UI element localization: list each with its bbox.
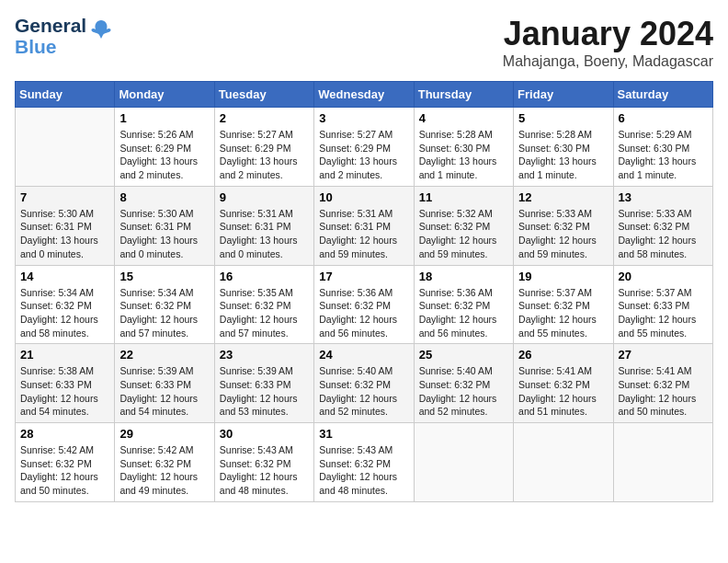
day-cell: 18Sunrise: 5:36 AMSunset: 6:32 PMDayligh… [414,265,513,344]
day-cell: 8Sunrise: 5:30 AMSunset: 6:31 PMDaylight… [115,186,214,265]
calendar-body: 1Sunrise: 5:26 AMSunset: 6:29 PMDaylight… [16,108,713,502]
logo-general: General [15,15,86,36]
day-number: 4 [419,111,508,125]
day-number: 17 [319,270,408,283]
day-info: Sunrise: 5:38 AMSunset: 6:33 PMDaylight:… [20,364,109,419]
day-info: Sunrise: 5:27 AMSunset: 6:29 PMDaylight:… [319,128,408,182]
header: General Blue January 2024 Mahajanga, Boe… [15,15,713,70]
day-number: 26 [518,348,608,362]
day-cell: 1Sunrise: 5:26 AMSunset: 6:29 PMDaylight… [115,108,214,187]
day-info: Sunrise: 5:32 AMSunset: 6:32 PMDaylight:… [419,207,508,261]
week-row-4: 21Sunrise: 5:38 AMSunset: 6:33 PMDayligh… [16,344,713,423]
day-number: 16 [220,270,309,283]
day-number: 29 [119,427,209,441]
day-number: 1 [119,111,209,125]
logo-bird-icon [88,17,114,42]
day-number: 31 [319,427,408,441]
weekday-header-sunday: Sunday [16,82,115,108]
day-info: Sunrise: 5:43 AMSunset: 6:32 PMDaylight:… [319,443,408,498]
day-number: 20 [619,270,708,283]
day-number: 24 [319,348,408,362]
day-number: 11 [419,190,508,204]
weekday-header-saturday: Saturday [613,82,712,108]
day-cell: 13Sunrise: 5:33 AMSunset: 6:32 PMDayligh… [613,186,712,265]
day-info: Sunrise: 5:28 AMSunset: 6:30 PMDaylight:… [518,128,608,182]
day-info: Sunrise: 5:37 AMSunset: 6:33 PMDaylight:… [619,286,708,340]
day-info: Sunrise: 5:40 AMSunset: 6:32 PMDaylight:… [319,364,408,419]
day-cell: 26Sunrise: 5:41 AMSunset: 6:32 PMDayligh… [514,344,613,423]
day-cell: 7Sunrise: 5:30 AMSunset: 6:31 PMDaylight… [16,186,115,265]
weekday-header-wednesday: Wednesday [314,82,414,108]
day-info: Sunrise: 5:34 AMSunset: 6:32 PMDaylight:… [20,286,109,340]
day-cell: 31Sunrise: 5:43 AMSunset: 6:32 PMDayligh… [314,423,414,502]
day-cell: 14Sunrise: 5:34 AMSunset: 6:32 PMDayligh… [16,265,115,344]
day-number: 15 [119,270,209,283]
day-number: 30 [220,427,309,441]
day-cell [16,108,115,187]
day-number: 28 [20,427,109,441]
day-number: 27 [619,348,708,362]
day-cell: 12Sunrise: 5:33 AMSunset: 6:32 PMDayligh… [514,186,613,265]
day-cell: 28Sunrise: 5:42 AMSunset: 6:32 PMDayligh… [16,423,115,502]
location-title: Mahajanga, Boeny, Madagascar [503,53,713,70]
day-number: 19 [518,270,608,283]
day-info: Sunrise: 5:37 AMSunset: 6:32 PMDaylight:… [518,286,608,340]
day-number: 13 [619,190,708,204]
day-cell: 17Sunrise: 5:36 AMSunset: 6:32 PMDayligh… [314,265,414,344]
day-info: Sunrise: 5:35 AMSunset: 6:32 PMDaylight:… [220,286,309,340]
title-area: January 2024 Mahajanga, Boeny, Madagasca… [503,15,713,70]
day-number: 10 [319,190,408,204]
day-info: Sunrise: 5:33 AMSunset: 6:32 PMDaylight:… [619,207,708,261]
day-info: Sunrise: 5:34 AMSunset: 6:32 PMDaylight:… [119,286,209,340]
day-cell: 21Sunrise: 5:38 AMSunset: 6:33 PMDayligh… [16,344,115,423]
day-number: 23 [220,348,309,362]
day-number: 21 [20,348,109,362]
day-info: Sunrise: 5:39 AMSunset: 6:33 PMDaylight:… [119,364,209,419]
day-number: 25 [419,348,508,362]
weekday-header-monday: Monday [115,82,214,108]
day-info: Sunrise: 5:36 AMSunset: 6:32 PMDaylight:… [319,286,408,340]
month-title: January 2024 [503,15,713,53]
weekday-header-tuesday: Tuesday [214,82,313,108]
calendar-table: SundayMondayTuesdayWednesdayThursdayFrid… [15,81,713,502]
day-cell: 4Sunrise: 5:28 AMSunset: 6:30 PMDaylight… [414,108,513,187]
day-number: 5 [518,111,608,125]
day-number: 9 [220,190,309,204]
weekday-header-row: SundayMondayTuesdayWednesdayThursdayFrid… [16,82,713,108]
day-cell: 24Sunrise: 5:40 AMSunset: 6:32 PMDayligh… [314,344,414,423]
day-number: 6 [619,111,708,125]
day-info: Sunrise: 5:41 AMSunset: 6:32 PMDaylight:… [619,364,708,419]
logo: General Blue [15,15,114,57]
day-cell: 25Sunrise: 5:40 AMSunset: 6:32 PMDayligh… [414,344,513,423]
day-info: Sunrise: 5:29 AMSunset: 6:30 PMDaylight:… [619,128,708,182]
week-row-5: 28Sunrise: 5:42 AMSunset: 6:32 PMDayligh… [16,423,713,502]
day-number: 7 [20,190,109,204]
day-cell: 20Sunrise: 5:37 AMSunset: 6:33 PMDayligh… [613,265,712,344]
weekday-header-thursday: Thursday [414,82,513,108]
day-cell: 16Sunrise: 5:35 AMSunset: 6:32 PMDayligh… [214,265,313,344]
day-cell: 19Sunrise: 5:37 AMSunset: 6:32 PMDayligh… [514,265,613,344]
day-number: 12 [518,190,608,204]
day-number: 18 [419,270,508,283]
weekday-header-friday: Friday [514,82,613,108]
week-row-3: 14Sunrise: 5:34 AMSunset: 6:32 PMDayligh… [16,265,713,344]
day-cell [514,423,613,502]
day-cell: 30Sunrise: 5:43 AMSunset: 6:32 PMDayligh… [214,423,313,502]
week-row-2: 7Sunrise: 5:30 AMSunset: 6:31 PMDaylight… [16,186,713,265]
day-number: 22 [119,348,209,362]
day-cell: 2Sunrise: 5:27 AMSunset: 6:29 PMDaylight… [214,108,313,187]
day-cell: 6Sunrise: 5:29 AMSunset: 6:30 PMDaylight… [613,108,712,187]
day-cell: 22Sunrise: 5:39 AMSunset: 6:33 PMDayligh… [115,344,214,423]
day-info: Sunrise: 5:33 AMSunset: 6:32 PMDaylight:… [518,207,608,261]
logo-blue: Blue [15,36,57,57]
day-info: Sunrise: 5:31 AMSunset: 6:31 PMDaylight:… [319,207,408,261]
day-cell: 10Sunrise: 5:31 AMSunset: 6:31 PMDayligh… [314,186,414,265]
day-info: Sunrise: 5:28 AMSunset: 6:30 PMDaylight:… [419,128,508,182]
day-cell: 9Sunrise: 5:31 AMSunset: 6:31 PMDaylight… [214,186,313,265]
day-number: 3 [319,111,408,125]
week-row-1: 1Sunrise: 5:26 AMSunset: 6:29 PMDaylight… [16,108,713,187]
day-cell [414,423,513,502]
day-info: Sunrise: 5:26 AMSunset: 6:29 PMDaylight:… [119,128,209,182]
day-cell: 5Sunrise: 5:28 AMSunset: 6:30 PMDaylight… [514,108,613,187]
day-info: Sunrise: 5:40 AMSunset: 6:32 PMDaylight:… [419,364,508,419]
